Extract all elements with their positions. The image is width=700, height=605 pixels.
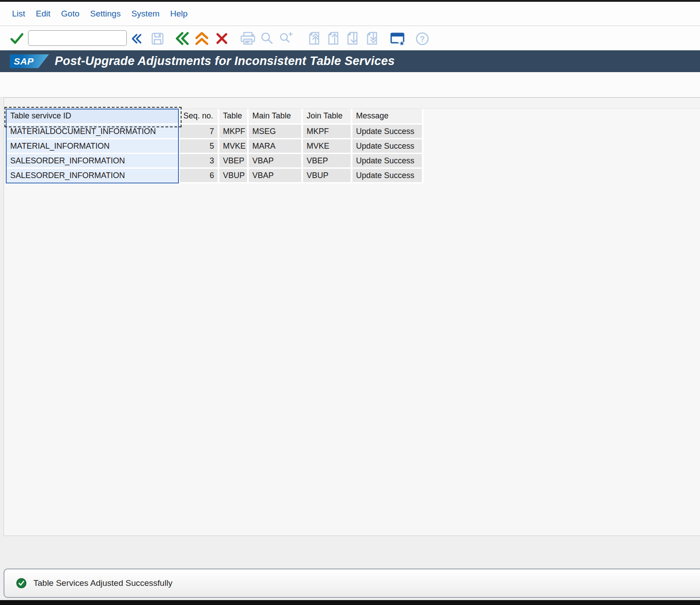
table-cell-r2-c1[interactable]: MATERIAL_INFORMATION xyxy=(7,139,180,154)
table-cell-r1-c4[interactable]: MSEG xyxy=(249,125,303,139)
search-plus-icon xyxy=(279,30,295,46)
column-header-6[interactable]: Message xyxy=(352,109,424,125)
exit-icon xyxy=(194,31,209,46)
help-button[interactable]: ? xyxy=(414,31,430,47)
table-cell-r3-c5[interactable]: VBEP xyxy=(303,154,352,169)
column-header-1[interactable]: Table servivce ID xyxy=(7,109,180,125)
print-icon xyxy=(239,31,256,46)
menu-bar: ListEditGotoSettingsSystemHelp xyxy=(0,2,700,26)
sap-logo: SAP xyxy=(10,54,49,68)
find-next-button[interactable] xyxy=(279,30,295,46)
application-toolbar-empty xyxy=(0,72,700,97)
exit-button[interactable] xyxy=(194,31,209,46)
menu-item-settings[interactable]: Settings xyxy=(90,9,121,19)
table-cell-r4-c3[interactable]: VBUP xyxy=(219,169,249,183)
table-cell-r1-c3[interactable]: MKPF xyxy=(219,125,249,139)
report-table: Table servivce IDSeq. no.TableMain Table… xyxy=(7,109,424,183)
check-icon xyxy=(12,34,22,43)
double-chevron-left-icon xyxy=(130,33,142,45)
table-cell-r4-c6[interactable]: Update Success xyxy=(352,169,424,183)
save-button[interactable] xyxy=(150,31,166,47)
table-cell-r1-c6[interactable]: Update Success xyxy=(352,125,424,139)
status-message: Table Services Adjusted Successfully xyxy=(33,578,173,588)
table-cell-r1-c1[interactable]: MATERIALDOCUMENT_INFORMATION xyxy=(7,125,180,139)
status-bar: Table Services Adjusted Successfully xyxy=(4,568,700,598)
command-collapse-button[interactable] xyxy=(130,33,142,45)
table-cell-r3-c3[interactable]: VBEP xyxy=(219,154,249,169)
table-cell-r2-c4[interactable]: MARA xyxy=(249,139,303,154)
menu-item-list[interactable]: List xyxy=(12,9,25,19)
column-header-2[interactable]: Seq. no. xyxy=(180,109,219,125)
first-page-icon xyxy=(306,30,322,46)
back-button[interactable] xyxy=(174,31,189,46)
table-cell-r1-c2[interactable]: 7 xyxy=(180,125,219,139)
cancel-icon xyxy=(215,32,229,45)
first-page-button[interactable] xyxy=(306,30,322,46)
find-button[interactable] xyxy=(260,31,275,46)
list-content-area: Table servivce IDSeq. no.TableMain Table… xyxy=(4,97,700,536)
page-title: Post-Upgrade Adjustments for Inconsisten… xyxy=(55,54,395,68)
svg-text:?: ? xyxy=(420,35,425,44)
save-icon xyxy=(150,31,166,47)
table-cell-r2-c3[interactable]: MVKE xyxy=(219,139,249,154)
window-shortcut-icon xyxy=(389,30,406,47)
page-up-button[interactable] xyxy=(325,30,341,46)
page-down-icon xyxy=(344,30,360,46)
search-icon xyxy=(260,31,275,46)
column-header-4[interactable]: Main Table xyxy=(249,109,303,125)
column-header-3[interactable]: Table xyxy=(219,109,249,125)
title-bar: SAP Post-Upgrade Adjustments for Inconsi… xyxy=(0,50,700,72)
table-cell-r4-c4[interactable]: VBAP xyxy=(249,169,303,183)
table-cell-r3-c4[interactable]: VBAP xyxy=(249,154,303,169)
help-icon: ? xyxy=(414,31,430,47)
table-cell-r3-c6[interactable]: Update Success xyxy=(352,154,424,169)
sap-gui-window: ListEditGotoSettingsSystemHelp xyxy=(0,0,700,605)
menu-item-edit[interactable]: Edit xyxy=(36,9,51,19)
table-cell-r4-c5[interactable]: VBUP xyxy=(303,169,352,183)
menu-item-system[interactable]: System xyxy=(131,9,159,19)
table-cell-r4-c1[interactable]: SALESORDER_INFORMATION xyxy=(7,169,180,183)
menu-item-help[interactable]: Help xyxy=(170,9,188,19)
table-cell-r3-c1[interactable]: SALESORDER_INFORMATION xyxy=(7,154,180,169)
column-header-5[interactable]: Join Table xyxy=(303,109,352,125)
menu-item-goto[interactable]: Goto xyxy=(61,9,79,19)
last-page-button[interactable] xyxy=(364,30,380,46)
table-cell-r2-c2[interactable]: 5 xyxy=(180,139,219,154)
page-up-icon xyxy=(325,30,341,46)
enter-check-button[interactable] xyxy=(9,31,25,47)
command-input[interactable] xyxy=(28,30,127,46)
print-button[interactable] xyxy=(239,31,256,46)
list-top-band xyxy=(4,98,700,109)
last-page-icon xyxy=(364,30,380,46)
table-cell-r1-c5[interactable]: MKPF xyxy=(303,125,352,139)
create-shortcut-button[interactable] xyxy=(389,30,406,47)
standard-toolbar: ? xyxy=(0,26,700,50)
cancel-button[interactable] xyxy=(215,32,229,45)
table-cell-r2-c6[interactable]: Update Success xyxy=(352,139,424,154)
back-icon xyxy=(174,31,189,46)
page-down-button[interactable] xyxy=(344,30,360,46)
table-cell-r2-c5[interactable]: MVKE xyxy=(303,139,352,154)
window-bottom-edge xyxy=(0,600,700,605)
table-cell-r3-c2[interactable]: 3 xyxy=(180,154,219,169)
success-check-icon xyxy=(16,578,27,589)
table-cell-r4-c2[interactable]: 6 xyxy=(180,169,219,183)
